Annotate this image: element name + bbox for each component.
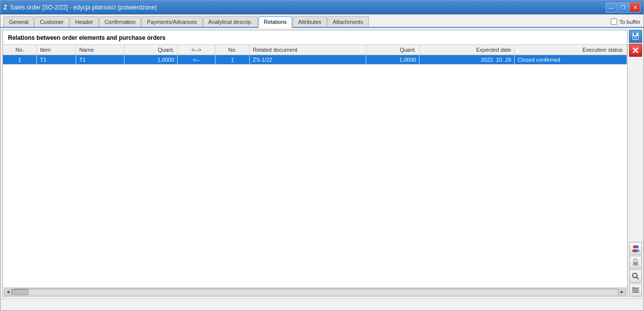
table-header-row: No. Item Name Quant. <--> No. Related do… — [3, 45, 627, 55]
search-button[interactable] — [629, 270, 642, 283]
cell-rel-no: 1 — [215, 55, 250, 65]
status-bar — [0, 299, 644, 311]
search-icon — [632, 272, 640, 280]
lock-icon — [632, 258, 639, 266]
restore-button[interactable]: ❐ — [618, 2, 629, 12]
col-item: Item — [37, 45, 76, 55]
tab-bar: General Customer Header Confirmation Pay… — [0, 14, 644, 28]
tab-bar-right: To buffer — [611, 18, 641, 27]
col-execution-status: Execution status — [515, 45, 627, 55]
sidebar-btn-group-bottom — [629, 242, 642, 297]
svg-rect-18 — [636, 289, 637, 292]
app-icon: Z — [3, 4, 7, 11]
delete-button[interactable] — [629, 44, 642, 57]
col-arrow: <--> — [178, 45, 215, 55]
svg-point-7 — [636, 245, 639, 248]
window-title: Sales order [SO-2/22] - edycja płatności… — [10, 4, 157, 11]
to-buffer-label: To buffer — [619, 19, 641, 25]
title-buttons: — ❐ ✕ — [606, 2, 641, 12]
content-area: Relations between order elements and pur… — [2, 30, 628, 297]
col-related-doc: Related document — [250, 45, 366, 55]
table-row[interactable]: 1 T1 T1 1,0000 <-- 1 ZS-1/22 1,0000 2022… — [3, 55, 627, 65]
title-bar-left: Z Sales order [SO-2/22] - edycja płatnoś… — [3, 4, 157, 11]
main-window: Z Sales order [SO-2/22] - edycja płatnoś… — [0, 0, 644, 311]
save-button[interactable] — [629, 30, 642, 43]
save-icon — [632, 32, 640, 40]
cell-arrow: <-- — [178, 55, 215, 65]
scroll-left-arrow[interactable]: ◀ — [4, 289, 12, 296]
col-name: Name — [76, 45, 124, 55]
cell-name: T1 — [76, 55, 124, 65]
delete-icon — [632, 47, 639, 54]
cell-expected-date: 2022. 10. 28 — [420, 55, 515, 65]
svg-rect-3 — [634, 37, 637, 39]
users-icon — [632, 244, 640, 252]
svg-rect-17 — [633, 287, 634, 290]
tab-attributes[interactable]: Attributes — [293, 16, 326, 27]
tab-general[interactable]: General — [3, 16, 34, 27]
section-title: Relations between order elements and pur… — [3, 30, 627, 44]
scroll-thumb[interactable] — [13, 289, 28, 295]
scroll-track[interactable] — [12, 289, 618, 296]
relations-table: No. Item Name Quant. <--> No. Related do… — [3, 45, 627, 65]
lock-button[interactable] — [629, 256, 642, 269]
scroll-right-arrow[interactable]: ▶ — [618, 289, 626, 296]
close-button[interactable]: ✕ — [630, 2, 641, 12]
cell-quant: 1,0000 — [124, 55, 178, 65]
col-quant: Quant. — [124, 45, 178, 55]
col-rel-quant: Quant. — [366, 45, 420, 55]
title-bar: Z Sales order [SO-2/22] - edycja płatnoś… — [0, 0, 644, 14]
tab-analytical-descrip[interactable]: Analytical descrip. — [203, 16, 258, 27]
table-container[interactable]: No. Item Name Quant. <--> No. Related do… — [3, 44, 627, 287]
cell-item: T1 — [37, 55, 76, 65]
tab-payments-advances[interactable]: Payments/Advances — [141, 16, 202, 27]
config-icon — [632, 286, 640, 294]
col-rel-no: No. — [215, 45, 250, 55]
main-content: Relations between order elements and pur… — [0, 28, 644, 299]
col-expected-date: Expected date — [420, 45, 515, 55]
cell-execution-status: Closed confirmed — [515, 55, 627, 65]
svg-point-11 — [635, 263, 637, 265]
users-button[interactable] — [629, 242, 642, 255]
cell-no: 1 — [3, 55, 37, 65]
cell-related-doc: ZS-1/22 — [250, 55, 366, 65]
svg-point-9 — [635, 249, 640, 252]
horizontal-scrollbar[interactable]: ◀ ▶ — [3, 287, 627, 296]
cell-rel-quant: 1,0000 — [366, 55, 420, 65]
to-buffer-checkbox[interactable] — [611, 18, 617, 25]
right-sidebar — [628, 28, 644, 299]
tab-relations[interactable]: Relations — [258, 16, 292, 28]
svg-rect-15 — [632, 290, 639, 291]
tab-header[interactable]: Header — [70, 16, 99, 27]
svg-rect-16 — [632, 292, 639, 293]
tab-attachments[interactable]: Attachments — [327, 16, 369, 27]
svg-rect-1 — [634, 33, 637, 35]
tab-customer[interactable]: Customer — [34, 16, 69, 27]
svg-line-13 — [637, 277, 639, 280]
col-no: No. — [3, 45, 37, 55]
config-button[interactable] — [629, 284, 642, 297]
minimize-button[interactable]: — — [606, 2, 617, 12]
tab-confirmation[interactable]: Confirmation — [99, 16, 141, 27]
